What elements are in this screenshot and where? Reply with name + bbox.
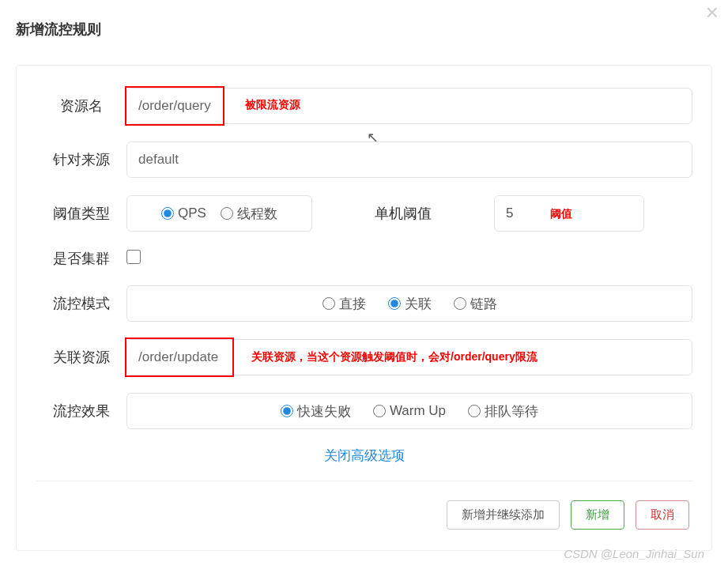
threshold-control: QPS 线程数 单机阈值 5 阈值 bbox=[126, 195, 692, 232]
mode-group: 直接 关联 链路 bbox=[126, 285, 692, 322]
flow-rule-modal: 新增流控规则 × 资源名 /order/query 被限流资源 ↖ 针对来源 d… bbox=[0, 0, 728, 567]
radio-chain-input[interactable] bbox=[454, 297, 466, 310]
row-threshold: 阈值类型 QPS 线程数 单机阈值 5 阈值 bbox=[36, 195, 692, 232]
radio-direct-input[interactable] bbox=[323, 297, 335, 310]
radio-qps-input[interactable] bbox=[161, 207, 174, 220]
resource-input[interactable]: /order/query bbox=[126, 88, 692, 124]
radio-qps-label: QPS bbox=[178, 206, 206, 221]
radio-fast-label: 快速失败 bbox=[297, 402, 351, 420]
label-effect: 流控效果 bbox=[36, 402, 126, 420]
cluster-checkbox[interactable] bbox=[126, 250, 141, 264]
radio-warmup-label: Warm Up bbox=[390, 403, 446, 419]
radio-queue[interactable]: 排队等待 bbox=[468, 402, 538, 420]
radio-fast[interactable]: 快速失败 bbox=[281, 402, 351, 420]
label-single-threshold: 单机阈值 bbox=[312, 204, 494, 223]
collapse-advanced-link[interactable]: 关闭高级选项 bbox=[36, 447, 692, 465]
resource-control: /order/query 被限流资源 ↖ bbox=[126, 88, 692, 124]
radio-relation[interactable]: 关联 bbox=[388, 295, 432, 313]
row-source: 针对来源 default bbox=[36, 141, 692, 178]
radio-direct[interactable]: 直接 bbox=[323, 295, 366, 313]
single-threshold-value: 5 bbox=[506, 206, 513, 221]
threshold-type-group: QPS 线程数 bbox=[126, 195, 312, 232]
source-control: default bbox=[126, 141, 692, 178]
label-threshold-type: 阈值类型 bbox=[36, 204, 126, 223]
row-cluster: 是否集群 bbox=[36, 249, 692, 268]
radio-direct-label: 直接 bbox=[339, 295, 366, 313]
radio-chain-label: 链路 bbox=[470, 295, 497, 313]
radio-queue-input[interactable] bbox=[468, 405, 481, 417]
row-related: 关联资源 /order/update 关联资源，当这个资源触发阈值时，会对/or… bbox=[36, 339, 692, 375]
cancel-button[interactable]: 取消 bbox=[636, 500, 689, 530]
effect-control: 快速失败 Warm Up 排队等待 bbox=[126, 393, 692, 429]
radio-warmup-input[interactable] bbox=[373, 405, 386, 417]
radio-chain[interactable]: 链路 bbox=[454, 295, 497, 313]
add-continue-button[interactable]: 新增并继续添加 bbox=[447, 500, 560, 530]
modal-body: 资源名 /order/query 被限流资源 ↖ 针对来源 default 阈值… bbox=[16, 65, 712, 551]
label-cluster: 是否集群 bbox=[36, 249, 126, 268]
label-source: 针对来源 bbox=[36, 150, 126, 169]
close-icon[interactable]: × bbox=[706, 2, 719, 24]
effect-group: 快速失败 Warm Up 排队等待 bbox=[126, 393, 692, 429]
resource-value: /order/query bbox=[138, 98, 211, 114]
label-related: 关联资源 bbox=[36, 348, 126, 367]
radio-queue-label: 排队等待 bbox=[485, 402, 538, 420]
row-resource: 资源名 /order/query 被限流资源 ↖ bbox=[36, 88, 692, 124]
modal-header: 新增流控规则 × bbox=[16, 16, 712, 51]
radio-qps[interactable]: QPS bbox=[161, 206, 206, 221]
radio-thread[interactable]: 线程数 bbox=[221, 205, 277, 223]
mode-control: 直接 关联 链路 bbox=[126, 285, 692, 322]
radio-relation-input[interactable] bbox=[388, 297, 401, 310]
label-mode: 流控模式 bbox=[36, 294, 126, 313]
modal-title: 新增流控规则 bbox=[16, 20, 101, 39]
row-effect: 流控效果 快速失败 Warm Up 排队等待 bbox=[36, 393, 692, 429]
annotation-threshold: 阈值 bbox=[550, 207, 572, 221]
single-threshold-input[interactable]: 5 阈值 bbox=[494, 195, 644, 232]
source-input[interactable]: default bbox=[126, 141, 692, 178]
add-button[interactable]: 新增 bbox=[571, 500, 624, 530]
row-mode: 流控模式 直接 关联 链路 bbox=[36, 285, 692, 322]
source-value: default bbox=[138, 152, 179, 168]
modal-footer: 新增并继续添加 新增 取消 bbox=[36, 481, 692, 534]
label-resource: 资源名 bbox=[36, 96, 126, 115]
related-input[interactable]: /order/update bbox=[126, 339, 692, 375]
cluster-control bbox=[126, 250, 692, 267]
radio-thread-input[interactable] bbox=[221, 207, 233, 220]
radio-fast-input[interactable] bbox=[281, 405, 293, 417]
related-value: /order/update bbox=[138, 349, 218, 365]
radio-thread-label: 线程数 bbox=[237, 205, 277, 223]
radio-relation-label: 关联 bbox=[405, 295, 432, 313]
radio-warmup[interactable]: Warm Up bbox=[373, 403, 446, 419]
related-control: /order/update 关联资源，当这个资源触发阈值时，会对/order/q… bbox=[126, 339, 692, 375]
